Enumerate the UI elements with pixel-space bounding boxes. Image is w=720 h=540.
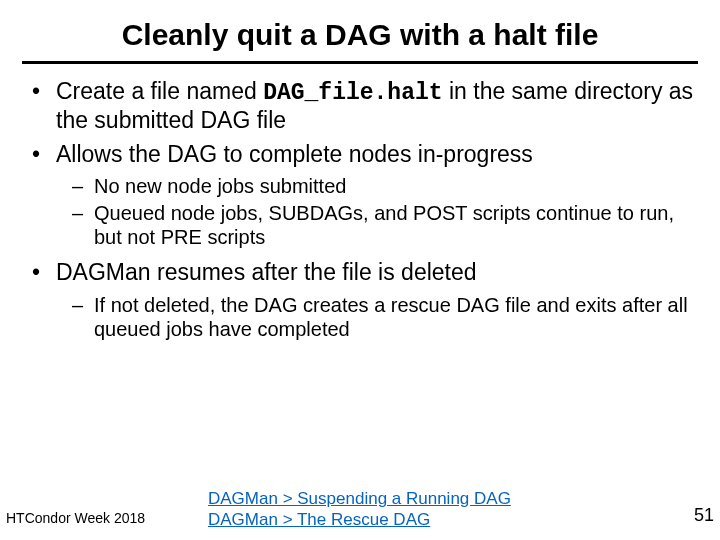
page-number: 51 [694,505,714,526]
bullet-2-sub-2: Queued node jobs, SUBDAGs, and POST scri… [94,201,698,250]
bullet-3: DAGMan resumes after the file is deleted… [56,259,698,341]
footer-event: HTCondor Week 2018 [6,510,145,526]
bullet-2-sub-1: No new node jobs submitted [94,174,698,198]
slide-body: Create a file named DAG_file.halt in the… [0,78,720,342]
bullet-1-code: DAG_file.halt [263,80,442,106]
slide-title: Cleanly quit a DAG with a halt file [0,0,720,61]
bullet-3-sub-1: If not deleted, the DAG creates a rescue… [94,293,698,342]
bullet-3-text: DAGMan resumes after the file is deleted [56,259,477,285]
bullet-1: Create a file named DAG_file.halt in the… [56,78,698,135]
title-underline [22,61,698,64]
bullet-2: Allows the DAG to complete nodes in-prog… [56,141,698,250]
bullet-2-text: Allows the DAG to complete nodes in-prog… [56,141,533,167]
footer-link-rescue[interactable]: DAGMan > The Rescue DAG [208,510,511,530]
footer-links: DAGMan > Suspending a Running DAG DAGMan… [208,489,511,530]
footer-link-suspending[interactable]: DAGMan > Suspending a Running DAG [208,489,511,509]
bullet-1-pre: Create a file named [56,78,263,104]
